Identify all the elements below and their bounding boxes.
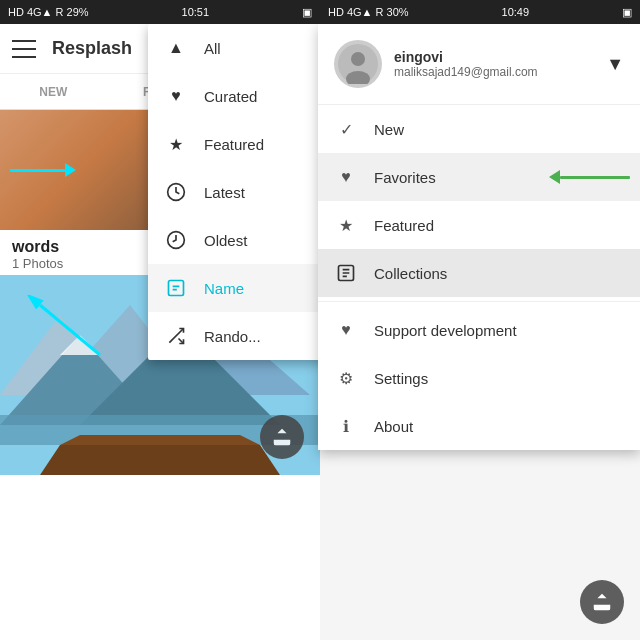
menu-about-icon: ℹ xyxy=(334,414,358,438)
sort-latest-icon xyxy=(164,180,188,204)
svg-rect-17 xyxy=(169,281,184,296)
svg-line-12 xyxy=(40,305,100,355)
sort-latest-label: Latest xyxy=(204,184,245,201)
menu-featured-icon: ★ xyxy=(334,213,358,237)
svg-point-21 xyxy=(351,52,365,66)
menu-settings-icon: ⚙ xyxy=(334,366,358,390)
hamburger-icon[interactable] xyxy=(12,37,36,61)
menu-favorites-label: Favorites xyxy=(374,169,436,186)
user-name: eingovi xyxy=(394,49,594,65)
tab-new[interactable]: NEW xyxy=(0,74,107,109)
menu-item-about[interactable]: ℹ About xyxy=(318,402,640,450)
sort-featured-label: Featured xyxy=(204,136,264,153)
sort-oldest-icon xyxy=(164,228,188,252)
menu-item-support[interactable]: ♥ Support development xyxy=(318,306,640,354)
sort-name-icon xyxy=(164,276,188,300)
menu-item-collections[interactable]: Collections xyxy=(318,249,640,297)
user-header[interactable]: eingovi maliksajad149@gmail.com ▼ xyxy=(318,24,640,105)
status-right-right-icon: ▣ xyxy=(622,6,632,19)
sort-item-curated[interactable]: ♥ Curated xyxy=(148,72,328,120)
menu-collections-icon xyxy=(334,261,358,285)
menu-item-favorites[interactable]: ♥ Favorites xyxy=(318,153,640,201)
sort-dropdown: ▲ All ♥ Curated ★ Featured Latest Oldest xyxy=(148,24,328,360)
sort-name-label: Name xyxy=(204,280,244,297)
teal-arrow-1 xyxy=(10,163,76,177)
menu-item-new[interactable]: ✓ New xyxy=(318,105,640,153)
sort-all-icon: ▲ xyxy=(164,36,188,60)
sort-random-label: Rando... xyxy=(204,328,261,345)
svg-marker-9 xyxy=(40,445,280,475)
sort-featured-icon: ★ xyxy=(164,132,188,156)
status-left-icons: HD 4G▲ R 29% xyxy=(8,6,89,18)
menu-item-featured[interactable]: ★ Featured xyxy=(318,201,640,249)
sort-random-icon xyxy=(164,324,188,348)
status-left-time: 10:51 xyxy=(182,6,210,18)
menu-featured-label: Featured xyxy=(374,217,434,234)
sort-curated-label: Curated xyxy=(204,88,257,105)
sort-item-oldest[interactable]: Oldest xyxy=(148,216,328,264)
menu-divider-1 xyxy=(318,301,640,302)
photo-cell-1[interactable] xyxy=(0,110,160,230)
user-avatar xyxy=(334,40,382,88)
sort-all-label: All xyxy=(204,40,221,57)
menu-collections-label: Collections xyxy=(374,265,447,282)
dropdown-arrow-icon[interactable]: ▼ xyxy=(606,54,624,75)
sort-item-name[interactable]: Name xyxy=(148,264,328,312)
sort-item-all[interactable]: ▲ All xyxy=(148,24,328,72)
upload-fab-right[interactable] xyxy=(580,580,624,624)
menu-favorites-icon: ♥ xyxy=(334,165,358,189)
sort-item-featured[interactable]: ★ Featured xyxy=(148,120,328,168)
sort-oldest-label: Oldest xyxy=(204,232,247,249)
menu-new-label: New xyxy=(374,121,404,138)
user-email: maliksajad149@gmail.com xyxy=(394,65,594,79)
status-bar-left: HD 4G▲ R 29% 10:51 ▣ xyxy=(0,0,320,24)
green-arrow-annotation xyxy=(549,170,630,184)
sort-curated-icon: ♥ xyxy=(164,84,188,108)
menu-settings-label: Settings xyxy=(374,370,428,387)
sort-item-random[interactable]: Rando... xyxy=(148,312,328,360)
menu-support-icon: ♥ xyxy=(334,318,358,342)
status-bar-right: HD 4G▲ R 30% 10:49 ▣ xyxy=(320,0,640,24)
status-right-icons: HD 4G▲ R 30% xyxy=(328,6,409,18)
status-left-right-icon: ▣ xyxy=(302,6,312,19)
svg-marker-10 xyxy=(60,435,260,445)
status-right-time: 10:49 xyxy=(502,6,530,18)
menu-support-label: Support development xyxy=(374,322,517,339)
sort-item-latest[interactable]: Latest xyxy=(148,168,328,216)
app-title: Resplash xyxy=(52,38,132,59)
menu-item-settings[interactable]: ⚙ Settings xyxy=(318,354,640,402)
menu-about-label: About xyxy=(374,418,413,435)
diagonal-arrow xyxy=(20,295,110,365)
upload-fab[interactable] xyxy=(260,415,304,459)
menu-new-icon: ✓ xyxy=(334,117,358,141)
user-info: eingovi maliksajad149@gmail.com xyxy=(394,49,594,79)
user-menu: eingovi maliksajad149@gmail.com ▼ ✓ New … xyxy=(318,24,640,450)
